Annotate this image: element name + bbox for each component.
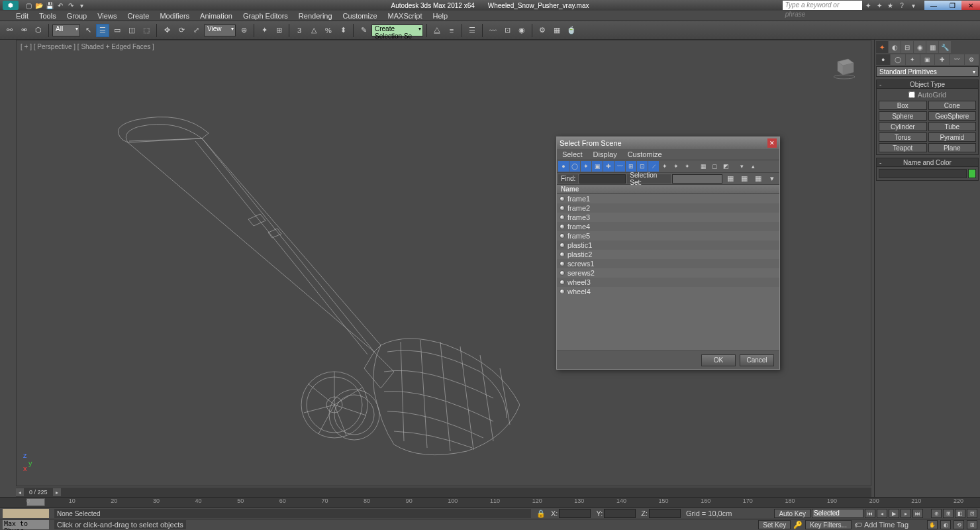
layers-icon[interactable]: ☰ — [466, 24, 479, 37]
new-icon[interactable]: ▢ — [24, 1, 33, 10]
btn-sphere[interactable]: Sphere — [879, 111, 927, 121]
selset-dropdown[interactable] — [672, 174, 722, 184]
selset-b-icon[interactable]: ▦ — [738, 172, 750, 186]
move-icon[interactable]: ✥ — [160, 24, 173, 37]
filter-group-icon[interactable]: ⊞ — [626, 161, 636, 172]
schematic-icon[interactable]: ⊡ — [501, 24, 514, 37]
dlg-menu-display[interactable]: Display — [593, 150, 617, 158]
favorites-icon[interactable]: ★ — [886, 1, 895, 10]
prev-frame-icon[interactable]: ◂ — [877, 509, 887, 518]
selnone-icon[interactable]: ▢ — [709, 161, 720, 172]
list-item[interactable]: wheel4 — [557, 287, 779, 296]
btn-geosphere[interactable]: GeoSphere — [928, 111, 977, 121]
list-item[interactable]: plastic2 — [557, 250, 779, 259]
rollout-name-color[interactable]: Name and Color — [876, 158, 979, 167]
tab-modify-icon[interactable]: ◐ — [889, 41, 901, 53]
rollout-object-type[interactable]: Object Type — [876, 80, 979, 89]
rect-select-icon[interactable]: ▭ — [111, 24, 124, 37]
renderframe-icon[interactable]: ▦ — [550, 24, 564, 37]
subtab-cameras-icon[interactable]: ▣ — [920, 54, 934, 65]
filter-light-icon[interactable]: ✦ — [581, 161, 591, 172]
timeline[interactable]: 0102030405060708090100110120130140150160… — [0, 497, 980, 507]
subtab-spacewarps-icon[interactable]: 〰 — [950, 54, 963, 65]
tab-create-icon[interactable]: ✦ — [876, 41, 888, 53]
filter-xref-icon[interactable]: ⊡ — [637, 161, 648, 172]
maximize-button[interactable]: ❐ — [943, 1, 961, 10]
key-icon[interactable]: 🔑 — [793, 521, 803, 529]
tab-utilities-icon[interactable]: 🔧 — [939, 41, 951, 53]
subtab-geometry-icon[interactable]: ● — [876, 54, 890, 65]
maxscript-mini[interactable]: Max to Physc. — [3, 520, 49, 529]
filter-b-icon[interactable]: ✦ — [671, 161, 681, 172]
btn-torus[interactable]: Torus — [879, 132, 927, 142]
btn-cylinder[interactable]: Cylinder — [879, 122, 927, 131]
nav-walk-icon[interactable]: ◐ — [940, 520, 951, 529]
anglesnap-icon[interactable]: △ — [307, 24, 320, 37]
qat-more-icon[interactable]: ▾ — [77, 1, 86, 10]
list-item[interactable]: screws1 — [557, 259, 779, 268]
subscription-icon[interactable]: ✦ — [863, 1, 873, 10]
primitive-category-dropdown[interactable]: Standard Primitives — [876, 66, 979, 77]
list-item[interactable]: frame1 — [557, 194, 779, 203]
collapse-icon[interactable]: ▴ — [748, 161, 758, 172]
selset-a-icon[interactable]: ▦ — [724, 172, 736, 186]
bind-icon[interactable]: ⬡ — [32, 24, 45, 37]
namedselset-icon[interactable]: ✎ — [357, 24, 370, 37]
btn-cone[interactable]: Cone — [928, 101, 977, 110]
nav-zoomext-icon[interactable]: ⊡ — [967, 509, 977, 518]
subtab-lights-icon[interactable]: ✦ — [906, 54, 920, 65]
selset-c-icon[interactable]: ▦ — [752, 172, 764, 186]
nav-zoom-icon[interactable]: ⊕ — [931, 509, 942, 518]
find-input[interactable] — [579, 174, 626, 184]
menu-customize[interactable]: Customize — [343, 12, 377, 20]
tab-motion-icon[interactable]: ◉ — [914, 41, 926, 53]
list-item[interactable]: frame5 — [557, 231, 779, 240]
menu-animation[interactable]: Animation — [200, 12, 232, 20]
btn-teapot[interactable]: Teapot — [879, 143, 927, 152]
list-item[interactable]: frame3 — [557, 213, 779, 222]
list-item[interactable]: frame2 — [557, 203, 779, 213]
viewport-hscroll[interactable]: ◂ 0 / 225 ▸ — [16, 488, 871, 497]
coord-x-input[interactable] — [559, 509, 591, 518]
menu-tools[interactable]: Tools — [39, 12, 56, 20]
keymode-dropdown[interactable]: Selected — [812, 509, 863, 518]
help-icon[interactable]: ? — [897, 1, 906, 10]
paint-select-icon[interactable]: ⬚ — [140, 24, 153, 37]
color-swatch[interactable] — [968, 169, 976, 178]
autogrid-checkbox[interactable] — [908, 91, 915, 98]
filter-geom-icon[interactable]: ● — [558, 161, 569, 172]
expand-icon[interactable]: ▾ — [736, 161, 747, 172]
unlink-icon[interactable]: ⚮ — [17, 24, 30, 37]
select-icon[interactable]: ↖ — [81, 24, 95, 37]
menu-maxscript[interactable]: MAXScript — [388, 12, 422, 20]
menu-help[interactable]: Help — [433, 12, 448, 20]
rendersetup-icon[interactable]: ⚙ — [536, 24, 549, 37]
scale-icon[interactable]: ⤢ — [189, 24, 203, 37]
list-item[interactable]: frame4 — [557, 222, 779, 231]
subtab-helpers-icon[interactable]: ✚ — [935, 54, 949, 65]
menu-modifiers[interactable]: Modifiers — [160, 12, 189, 20]
percentsnap-icon[interactable]: % — [322, 24, 335, 37]
goto-end-icon[interactable]: ⏭ — [912, 509, 923, 518]
help-drop-icon[interactable]: ▾ — [908, 1, 918, 10]
filter-camera-icon[interactable]: ▣ — [592, 161, 603, 172]
selection-filter-dropdown[interactable]: All — [52, 25, 80, 36]
filter-helper-icon[interactable]: ✚ — [603, 161, 614, 172]
spinner-icon[interactable]: ⬍ — [336, 24, 350, 37]
cancel-button[interactable]: Cancel — [740, 354, 774, 366]
menu-group[interactable]: Group — [67, 12, 87, 20]
lock-icon[interactable]: 🔒 — [536, 509, 546, 518]
viewcube-icon[interactable] — [831, 54, 858, 80]
filter-bone-icon[interactable]: ⟋ — [648, 161, 659, 172]
link-icon[interactable]: ⚯ — [3, 24, 16, 37]
autokey-button[interactable]: Auto Key — [774, 509, 810, 518]
object-name-input[interactable] — [879, 169, 967, 178]
next-frame-icon[interactable]: ▸ — [901, 509, 911, 518]
list-item[interactable]: serews2 — [557, 268, 779, 278]
minimize-button[interactable]: — — [924, 1, 943, 10]
align-icon[interactable]: ≡ — [445, 24, 458, 37]
subtab-systems-icon[interactable]: ⚙ — [965, 54, 979, 65]
btn-box[interactable]: Box — [879, 101, 927, 110]
menu-create[interactable]: Create — [127, 12, 149, 20]
material-icon[interactable]: ◉ — [515, 24, 528, 37]
